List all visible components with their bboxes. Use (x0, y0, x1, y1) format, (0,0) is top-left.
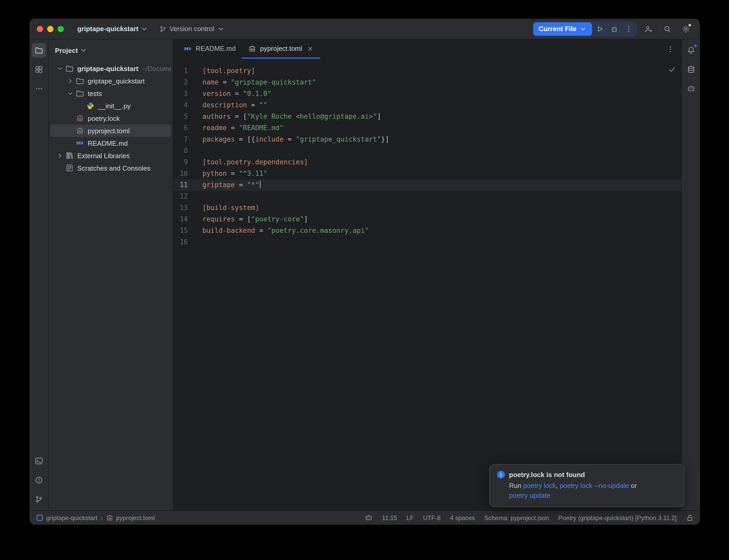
json-schema[interactable]: Schema: pyproject.json (484, 514, 549, 521)
code-line[interactable]: 3version = "0.1.0" (173, 88, 681, 100)
tree-item-external-libraries[interactable]: External Libraries (50, 149, 171, 162)
tree-item-scratches-and-consoles[interactable]: Scratches and Consoles (50, 162, 171, 174)
run-config-button[interactable]: Current File (533, 22, 592, 36)
code-text (194, 145, 202, 157)
branch-icon (159, 25, 166, 32)
zoom-button[interactable] (58, 26, 64, 32)
search-icon[interactable] (661, 22, 674, 36)
code-line[interactable]: 11griptape = "*" (173, 179, 681, 191)
line-separator-label: LF (407, 514, 414, 521)
breadcrumb-item-pyproject-toml[interactable]: pyproject.toml (106, 514, 155, 522)
close-icon[interactable] (307, 45, 314, 52)
line-number: 13 (173, 202, 194, 214)
link-poetry-update[interactable]: poetry update (509, 492, 550, 499)
tab-pyproject[interactable]: pyproject.toml (242, 39, 320, 59)
code-line[interactable]: 12 (173, 191, 681, 202)
code-line[interactable]: 13[build-system] (173, 202, 681, 214)
vcs-label: Version control (170, 25, 214, 33)
code-line[interactable]: 10python = "^3.11" (173, 168, 681, 179)
line-number: 11 (173, 179, 194, 191)
minimize-button[interactable] (47, 26, 53, 32)
tree-item-label: External Libraries (77, 152, 130, 159)
markdown-icon (184, 44, 192, 53)
folder-icon (76, 77, 84, 85)
terminal-tool-window-button[interactable] (32, 454, 46, 468)
database-tool-window-button[interactable] (684, 62, 698, 77)
inspections-ok-icon[interactable] (668, 65, 676, 74)
code-line[interactable]: 14requires = ["poetry-core"] (173, 214, 681, 225)
tree-item-griptape-quickstart[interactable]: griptape_quickstart (50, 75, 171, 87)
code-line[interactable]: 7packages = [{include = "griptape_quicks… (173, 134, 681, 145)
tool-windows-button[interactable] (32, 62, 46, 77)
project-name: griptape-quickstart (77, 25, 138, 33)
code-editor[interactable]: 1[tool.poetry]2name = "griptape-quicksta… (173, 59, 681, 510)
more-tool-windows-button[interactable] (32, 81, 46, 96)
indent-style[interactable]: 4 spaces (450, 514, 475, 521)
chevron-down-icon[interactable] (66, 89, 74, 97)
project-tool-window-button[interactable] (32, 43, 46, 58)
debug-icon[interactable] (608, 22, 621, 36)
line-number: 5 (173, 111, 194, 122)
code-line[interactable]: 9[tool.poetry.dependencies] (173, 157, 681, 168)
chevron-down-icon[interactable] (55, 64, 64, 73)
link-poetry-lock[interactable]: poetry lock (523, 482, 556, 489)
project-switcher[interactable]: griptape-quickstart (77, 25, 148, 33)
notification-text: Run (509, 482, 523, 489)
code-line[interactable]: 4description = "" (173, 100, 681, 111)
code-text: [build-system] (194, 202, 259, 214)
close-button[interactable] (37, 26, 43, 32)
run-icon[interactable] (593, 22, 607, 36)
code-line[interactable]: 16 (173, 236, 681, 248)
code-line[interactable]: 1[tool.poetry] (173, 65, 681, 77)
ai-assistant-button[interactable] (684, 81, 698, 96)
chevron-right-icon[interactable] (55, 151, 64, 160)
chevron-right-icon[interactable] (66, 77, 74, 85)
code-text: build-backend = "poetry.core.masonry.api… (194, 225, 369, 236)
desktop: griptape-quickstart Version control Curr… (0, 0, 729, 560)
python-interpreter[interactable]: Poetry (griptape-quickstart) [Python 3.1… (558, 514, 677, 521)
main-area: Project griptape-quickstart~/Documegript… (30, 39, 700, 510)
settings-icon-badge (688, 23, 692, 27)
breadcrumb-item-griptape-quickstart[interactable]: griptape-quickstart (36, 514, 97, 522)
line-separator[interactable]: LF (407, 514, 414, 521)
settings-icon[interactable] (679, 22, 693, 36)
tree-item-poetry-lock[interactable]: poetry.lock (50, 112, 171, 124)
tree-item-griptape-quickstart[interactable]: griptape-quickstart~/Docume (50, 62, 171, 75)
chevron-down-icon (80, 47, 87, 54)
left-tool-strip (30, 39, 49, 510)
line-number: 16 (173, 236, 194, 248)
tree-item-label: griptape_quickstart (88, 77, 145, 85)
tab-readme[interactable]: README.md (177, 39, 242, 59)
file-encoding[interactable]: UTF-8 (423, 514, 441, 521)
code-line[interactable]: 8 (173, 145, 681, 157)
notifications-button[interactable] (684, 43, 698, 58)
more-run-actions-icon[interactable] (622, 22, 636, 36)
code-line[interactable]: 6readme = "README.md" (173, 122, 681, 134)
tab-options-icon[interactable] (664, 42, 677, 56)
code-line[interactable]: 5authors = ["Kyle Roche <hello@griptape.… (173, 111, 681, 122)
line-number: 6 (173, 122, 194, 134)
breadcrumb-separator: › (100, 514, 102, 521)
tree-item-readme-md[interactable]: README.md (50, 137, 171, 149)
tree-item-tests[interactable]: tests (50, 87, 171, 100)
tree-item-label: griptape-quickstart (77, 65, 138, 72)
version-control-tool-window-button[interactable] (32, 492, 46, 507)
tab-label: README.md (196, 45, 236, 52)
tab-label: pyproject.toml (260, 45, 302, 52)
notification-body: Run poetry lock, poetry lock --no-update… (509, 481, 677, 500)
code-text: description = "" (194, 100, 267, 111)
tree-item-pyproject-toml[interactable]: pyproject.toml (50, 124, 171, 137)
vcs-widget[interactable]: Version control (159, 25, 225, 33)
indent-style-label: 4 spaces (450, 514, 475, 521)
add-user-icon[interactable] (642, 22, 655, 36)
code-line[interactable]: 2name = "griptape-quickstart" (173, 77, 681, 88)
tree-item-init-py[interactable]: __init__.py (50, 100, 171, 112)
caret-position[interactable]: 11:15 (382, 514, 397, 521)
problems-tool-window-button[interactable] (32, 473, 46, 487)
readonly-toggle[interactable] (686, 514, 694, 522)
code-line[interactable]: 15build-backend = "poetry.core.masonry.a… (173, 225, 681, 236)
copilot-status[interactable] (365, 514, 373, 522)
link-poetry-lock-no-update[interactable]: poetry lock --no-update (560, 482, 629, 489)
code-text: requires = ["poetry-core"] (194, 214, 308, 225)
project-panel-header[interactable]: Project (49, 39, 173, 58)
